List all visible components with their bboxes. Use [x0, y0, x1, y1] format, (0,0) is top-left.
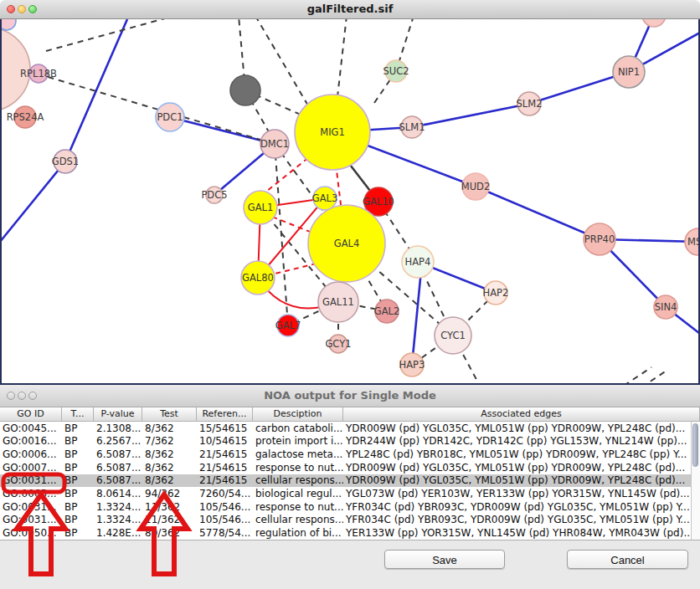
- network-canvas[interactable]: RPL18BRPS24AGDS1PDC1MIG1SUC2SLM1DMC1PDC5…: [0, 19, 700, 385]
- node-label-pdc1: PDC1: [157, 111, 183, 123]
- node-label-gal1: GAL1: [248, 202, 274, 213]
- cell-type: BP: [62, 448, 94, 460]
- close-icon[interactable]: [7, 5, 15, 13]
- minimize-icon[interactable]: [18, 392, 26, 400]
- cell-type: BP: [62, 514, 94, 525]
- node-label-gal10: GAL10: [363, 196, 394, 207]
- close-icon[interactable]: [7, 392, 15, 400]
- table-row[interactable]: GO:0045...BP2.1308...8/36215/54615carbon…: [0, 422, 700, 435]
- cell-ref: 105/546...: [197, 501, 253, 513]
- cell-ref: 105/546...: [197, 514, 253, 525]
- table-row-selected[interactable]: GO:0031...BP6.5087...8/36221/54615cellul…: [0, 474, 700, 488]
- cell-test: 7/362: [142, 435, 197, 447]
- cell-desc: response to nut...: [253, 462, 343, 474]
- node-label-rpl18b: RPL18B: [20, 68, 57, 79]
- network-edge-dash: [641, 371, 667, 385]
- column-header-p-value[interactable]: P-value: [94, 407, 142, 421]
- node-label-hap2: HAP2: [483, 287, 509, 299]
- table-row[interactable]: GO:0031...BP1.3324...11/362105/546...res…: [0, 500, 700, 514]
- cell-edges: YFR034C (pd) YBR093C, YDR009W (pd) YGL03…: [343, 514, 700, 525]
- column-header-go-id[interactable]: GO ID: [0, 407, 62, 421]
- node-label-gal7: GAL7: [275, 320, 301, 331]
- table-row[interactable]: GO:0065...BP8.0614...94/3627260/54...bio…: [0, 487, 700, 500]
- cell-desc: carbon cataboli...: [253, 423, 343, 434]
- table-row[interactable]: GO:0031...BP1.3324...11/362105/546...cel…: [0, 514, 700, 527]
- cancel-button[interactable]: Cancel: [567, 550, 688, 569]
- node-label-gal3: GAL3: [312, 192, 338, 204]
- table-row[interactable]: GO:0006...BP6.5087...8/36221/54615galact…: [0, 448, 700, 461]
- cell-edges: YGL073W (pd) YER103W, YER133W (pp) YOR31…: [343, 488, 700, 499]
- table-row[interactable]: GO:0016...BP6.2567...7/36210/54615protei…: [0, 435, 700, 448]
- node-unlabeled-1[interactable]: [0, 19, 16, 30]
- node-label-hap3: HAP3: [399, 359, 425, 371]
- cell-test: 8/362: [142, 448, 197, 460]
- node-label-mig1: MIG1: [320, 126, 345, 138]
- cell-edges: YFR034C (pd) YBR093C, YDR009W (pd) YGL03…: [343, 501, 700, 513]
- cell-p: 6.5087...: [94, 462, 142, 474]
- table-row[interactable]: GO:0050...BP1.428E...80/3625778/54...reg…: [0, 526, 700, 540]
- zoom-icon[interactable]: [28, 5, 37, 13]
- cell-go: GO:0050...: [0, 527, 62, 539]
- save-button[interactable]: Save: [384, 550, 505, 569]
- cell-test: 11/362: [142, 501, 197, 513]
- node-label-gcy1: GCY1: [325, 338, 351, 350]
- node-label-nip1: NIP1: [618, 66, 640, 78]
- cell-p: 2.1308...: [94, 423, 142, 434]
- node-label-pdc5: PDC5: [201, 189, 227, 201]
- cell-desc: cellular respons...: [253, 474, 343, 486]
- node-unlabeled-28[interactable]: [642, 19, 666, 27]
- network-graph[interactable]: RPL18BRPS24AGDS1PDC1MIG1SUC2SLM1DMC1PDC5…: [0, 19, 700, 385]
- cell-type: BP: [62, 462, 94, 474]
- cell-desc: cellular respons...: [253, 514, 343, 525]
- noa-window-title: NOA output for Single Mode: [0, 385, 700, 407]
- cell-type: BP: [62, 423, 94, 434]
- node-label-sin4: SIN4: [655, 301, 677, 313]
- cell-go: GO:0031...: [0, 474, 62, 486]
- column-header-referen[interactable]: Referen...: [197, 407, 253, 421]
- node-label-cyc1: CYC1: [440, 330, 466, 341]
- cell-go: GO:0065...: [0, 488, 62, 499]
- network-edge-blue: [332, 72, 629, 132]
- cell-edges: YER133W (pp) YOR315W, YNL145W (pd) YHR08…: [343, 527, 700, 539]
- column-header-t[interactable]: T...: [62, 407, 94, 421]
- cell-type: BP: [62, 474, 94, 486]
- cell-p: 6.5087...: [94, 474, 142, 486]
- scrollbar-thumb[interactable]: [692, 423, 698, 467]
- node-label-slm2: SLM2: [517, 98, 543, 110]
- cell-ref: 7260/54...: [197, 488, 253, 499]
- column-header-desciption[interactable]: Desciption: [253, 407, 343, 421]
- table-header: GO IDT...P-valueTestReferen...Desciption…: [0, 407, 700, 422]
- zoom-icon[interactable]: [28, 392, 37, 400]
- network-window-titlebar[interactable]: galFiltered.sif: [0, 0, 700, 19]
- node-label-gal2: GAL2: [374, 305, 400, 317]
- vertical-scrollbar[interactable]: [691, 422, 700, 540]
- cell-test: 11/362: [142, 514, 197, 525]
- node-label-gal80: GAL80: [242, 272, 274, 284]
- minimize-icon[interactable]: [18, 5, 26, 13]
- column-header-test[interactable]: Test: [142, 407, 197, 421]
- cell-edges: YPL248C (pd) YBR018C, YML051W (pp) YDR00…: [343, 448, 700, 460]
- node-label-gal11: GAL11: [322, 296, 354, 308]
- noa-window-titlebar[interactable]: NOA output for Single Mode: [0, 385, 700, 407]
- node-label-gal4: GAL4: [334, 238, 360, 249]
- cell-ref: 10/54615: [197, 435, 253, 447]
- cell-go: GO:0006...: [0, 448, 62, 460]
- cell-desc: response to nut...: [253, 501, 343, 513]
- node-label-dmc1: DMC1: [260, 138, 289, 150]
- cell-test: 80/362: [142, 527, 197, 539]
- table-body: GO:0045...BP2.1308...8/36215/54615carbon…: [0, 422, 700, 540]
- node-unlabeled-6[interactable]: [230, 75, 260, 105]
- cell-go: GO:0031...: [0, 514, 62, 525]
- cell-edges: YDR009W (pd) YGL035C, YML051W (pp) YDR00…: [343, 474, 700, 486]
- cell-ref: 15/54615: [197, 423, 253, 434]
- cell-edges: YDR009W (pd) YGL035C, YML051W (pp) YDR00…: [343, 462, 700, 474]
- column-header-associated-edges[interactable]: Associated edges: [343, 407, 700, 421]
- cell-edges: YDR009W (pd) YGL035C, YML051W (pp) YDR00…: [343, 423, 700, 434]
- cell-type: BP: [62, 527, 94, 539]
- cell-p: 6.2567...: [94, 435, 142, 447]
- cell-p: 8.0614...: [94, 488, 142, 499]
- cell-p: 1.3324...: [94, 501, 142, 513]
- cell-test: 94/362: [142, 488, 197, 499]
- cell-go: GO:0016...: [0, 435, 62, 447]
- table-row[interactable]: GO:0007...BP6.5087...8/36221/54615respon…: [0, 461, 700, 474]
